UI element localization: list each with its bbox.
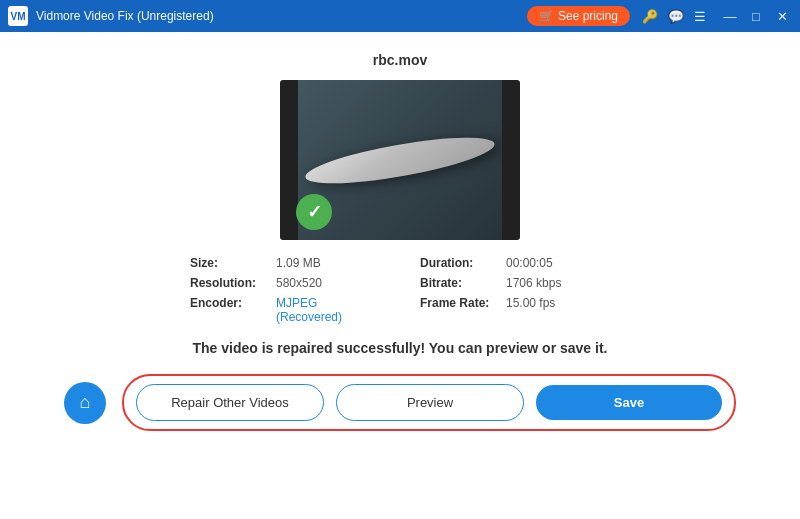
size-value: 1.09 MB — [276, 256, 321, 270]
chat-icon[interactable]: 💬 — [668, 9, 684, 24]
resolution-label: Resolution: — [190, 276, 270, 290]
title-bar-icons: 🔑 💬 ☰ — [642, 9, 706, 24]
bitrate-value: 1706 kbps — [506, 276, 561, 290]
maximize-button[interactable]: □ — [746, 9, 766, 24]
preview-button[interactable]: Preview — [336, 384, 524, 421]
action-bar: ⌂ Repair Other Videos Preview Save — [40, 374, 760, 431]
action-bar-inner: Repair Other Videos Preview Save — [122, 374, 736, 431]
app-icon: VM — [8, 6, 28, 26]
blob-shape — [303, 128, 498, 192]
title-bar-right: 🛒 See pricing 🔑 💬 ☰ — □ ✕ — [527, 6, 792, 26]
thumbnail-inner: ✓ — [280, 80, 520, 240]
success-badge: ✓ — [296, 194, 332, 230]
resolution-value: 580x520 — [276, 276, 322, 290]
window-controls: — □ ✕ — [720, 9, 792, 24]
encoder-value: MJPEG (Recovered) — [276, 296, 380, 324]
encoder-label: Encoder: — [190, 296, 270, 310]
title-bar: VM Vidmore Video Fix (Unregistered) 🛒 Se… — [0, 0, 800, 32]
info-grid: Size: 1.09 MB Duration: 00:00:05 Resolut… — [190, 256, 610, 324]
info-row-size: Size: 1.09 MB — [190, 256, 380, 270]
minimize-button[interactable]: — — [720, 9, 740, 24]
video-filename: rbc.mov — [373, 52, 427, 68]
info-row-duration: Duration: 00:00:05 — [420, 256, 610, 270]
home-button[interactable]: ⌂ — [64, 382, 106, 424]
side-bar-right — [502, 80, 520, 240]
app-title: Vidmore Video Fix (Unregistered) — [36, 9, 214, 23]
bitrate-label: Bitrate: — [420, 276, 500, 290]
close-button[interactable]: ✕ — [772, 9, 792, 24]
see-pricing-button[interactable]: 🛒 See pricing — [527, 6, 630, 26]
duration-label: Duration: — [420, 256, 500, 270]
save-button[interactable]: Save — [536, 385, 722, 420]
repair-other-button[interactable]: Repair Other Videos — [136, 384, 324, 421]
info-row-framerate: Frame Rate: 15.00 fps — [420, 296, 610, 324]
framerate-value: 15.00 fps — [506, 296, 555, 310]
size-label: Size: — [190, 256, 270, 270]
main-content: rbc.mov ✓ Size: 1.09 MB Duration: 00:00:… — [0, 32, 800, 519]
key-icon[interactable]: 🔑 — [642, 9, 658, 24]
home-icon: ⌂ — [80, 392, 91, 413]
menu-icon[interactable]: ☰ — [694, 9, 706, 24]
framerate-label: Frame Rate: — [420, 296, 500, 310]
side-bar-left — [280, 80, 298, 240]
success-message: The video is repaired successfully! You … — [193, 340, 608, 356]
see-pricing-label: See pricing — [558, 9, 618, 23]
info-row-bitrate: Bitrate: 1706 kbps — [420, 276, 610, 290]
duration-value: 00:00:05 — [506, 256, 553, 270]
video-thumbnail: ✓ — [280, 80, 520, 240]
cart-icon: 🛒 — [539, 9, 554, 23]
title-bar-left: VM Vidmore Video Fix (Unregistered) — [8, 6, 214, 26]
info-row-resolution: Resolution: 580x520 — [190, 276, 380, 290]
info-row-encoder: Encoder: MJPEG (Recovered) — [190, 296, 380, 324]
